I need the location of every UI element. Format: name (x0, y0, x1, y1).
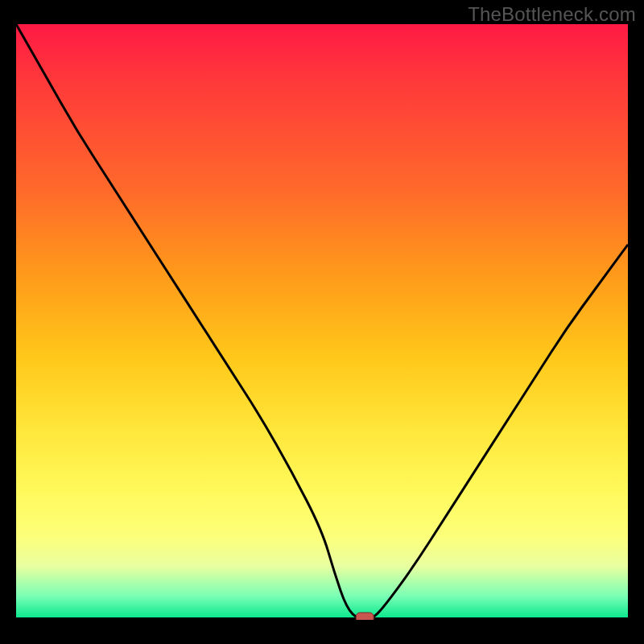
watermark-text: TheBottleneck.com (468, 3, 636, 26)
minimum-marker (356, 613, 374, 620)
bottleneck-curve (16, 24, 628, 620)
curve-path (16, 24, 628, 620)
chart-frame: TheBottleneck.com (0, 0, 644, 644)
plot-area (16, 24, 628, 620)
